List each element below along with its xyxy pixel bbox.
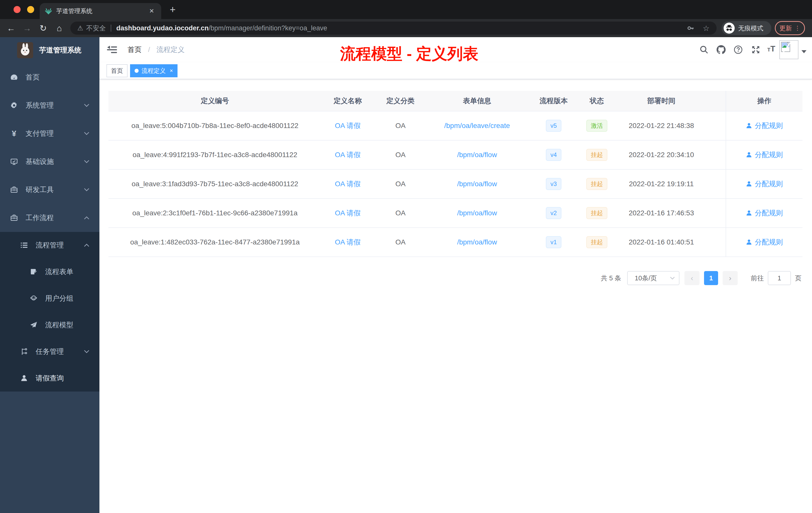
- sidebar-item-devtools[interactable]: 研发工具: [0, 176, 99, 204]
- tab-close-icon[interactable]: ✕: [147, 6, 156, 16]
- definition-name-link[interactable]: OA 请假: [335, 180, 361, 188]
- url-divider: [111, 25, 111, 32]
- user-icon: [20, 374, 28, 382]
- person-icon: [746, 239, 752, 245]
- current-page-button[interactable]: 1: [704, 271, 718, 285]
- key-icon[interactable]: [687, 24, 695, 32]
- assign-rule-button[interactable]: 分配规则: [746, 121, 783, 130]
- sidebar: 芋道管理系统 首页 系统管理 ¥ 支付管理: [0, 37, 99, 513]
- sidebar-item-leave-query[interactable]: 请假查询: [0, 365, 99, 392]
- definition-name-link[interactable]: OA 请假: [335, 151, 361, 159]
- goto-unit-label: 页: [795, 274, 802, 282]
- definition-name-link[interactable]: OA 请假: [335, 238, 361, 246]
- avatar-caret-down-icon[interactable]: [802, 50, 807, 53]
- table-row: oa_leave:1:482ec033-762a-11ec-8477-a2380…: [109, 228, 803, 257]
- definition-table: 定义编号 定义名称 定义分类 表单信息 流程版本 状态 部署时间 操作 oa_l…: [109, 91, 803, 285]
- goto-page-input[interactable]: [768, 271, 791, 285]
- definition-category: OA: [374, 209, 427, 217]
- form-link[interactable]: /bpm/oa/flow: [457, 209, 497, 217]
- deploy-time: 2022-01-16 17:46:53: [614, 209, 709, 217]
- avatar[interactable]: [779, 40, 799, 59]
- chrome-update-button[interactable]: 更新 ⋮: [775, 21, 805, 35]
- sidebar-logo[interactable]: 芋道管理系统: [0, 37, 99, 63]
- monitor-icon: [10, 158, 18, 165]
- version-badge: v5: [546, 120, 561, 132]
- dashboard-icon: [10, 73, 18, 81]
- close-window-button[interactable]: [13, 6, 21, 13]
- browser-tabbar: 芋道管理系统 ✕ +: [0, 0, 812, 19]
- address-bar[interactable]: ⚠ 不安全 dashboard.yudao.iocoder.cn/bpm/man…: [70, 22, 717, 35]
- home-icon[interactable]: ⌂: [53, 19, 65, 37]
- status-badge: 挂起: [586, 207, 607, 219]
- assign-rule-button[interactable]: 分配规则: [746, 179, 783, 189]
- forward-icon[interactable]: →: [21, 19, 33, 37]
- minimize-window-button[interactable]: [27, 6, 34, 13]
- sidebar-item-label: 基础设施: [26, 157, 54, 167]
- browser-menu-dots-icon[interactable]: ⋮: [794, 25, 801, 32]
- sidebar-item-label: 系统管理: [26, 101, 54, 110]
- assign-rule-button[interactable]: 分配规则: [746, 237, 783, 247]
- sidebar-item-payment[interactable]: ¥ 支付管理: [0, 119, 99, 148]
- col-status: 状态: [580, 96, 614, 105]
- yen-icon: ¥: [10, 129, 18, 138]
- tag-process-definition[interactable]: 流程定义 ×: [130, 64, 177, 77]
- chevron-down-icon: [84, 131, 89, 135]
- sidebar-item-process-model[interactable]: 流程模型: [0, 312, 99, 338]
- tab-title: 芋道管理系统: [56, 7, 147, 15]
- tag-close-icon[interactable]: ×: [170, 68, 173, 73]
- text-size-icon[interactable]: TT: [767, 44, 776, 53]
- favicon-leaf-icon: [45, 7, 52, 15]
- definition-id: oa_leave:1:482ec033-762a-11ec-8477-a2380…: [109, 238, 321, 246]
- version-badge: v2: [546, 207, 561, 219]
- red-annotation-title: 流程模型 - 定义列表: [296, 43, 522, 64]
- sidebar-item-task-management[interactable]: 任务管理: [0, 338, 99, 365]
- sidebar-item-process-management[interactable]: 流程管理: [0, 232, 99, 259]
- next-page-button[interactable]: ›: [723, 271, 738, 285]
- sidebar-item-workflow[interactable]: 工作流程: [0, 204, 99, 232]
- form-link[interactable]: /bpm/oa/flow: [457, 238, 497, 246]
- person-icon: [746, 181, 752, 187]
- form-link[interactable]: /bpm/oa/flow: [457, 151, 497, 159]
- back-icon[interactable]: ←: [5, 19, 17, 37]
- person-icon: [746, 122, 752, 129]
- status-badge: 挂起: [586, 178, 607, 190]
- definition-category: OA: [374, 122, 427, 130]
- pagination-total: 共 5 条: [601, 274, 621, 282]
- incognito-badge: 无痕模式: [722, 21, 771, 35]
- form-icon: [30, 268, 38, 276]
- breadcrumb-home[interactable]: 首页: [127, 46, 142, 54]
- col-actions: 操作: [726, 91, 803, 111]
- reload-icon[interactable]: ↻: [37, 19, 49, 37]
- bookmark-star-icon[interactable]: ☆: [703, 24, 709, 33]
- github-icon[interactable]: [717, 45, 726, 54]
- incognito-label: 无痕模式: [738, 24, 763, 32]
- definition-name-link[interactable]: OA 请假: [335, 122, 361, 129]
- hamburger-fold-icon[interactable]: [107, 45, 117, 55]
- form-link[interactable]: /bpm/oa/flow: [457, 180, 497, 188]
- new-tab-button[interactable]: +: [170, 3, 175, 16]
- fullscreen-icon[interactable]: [751, 45, 760, 54]
- prev-page-button[interactable]: ‹: [685, 271, 699, 285]
- chevron-down-icon: [84, 103, 89, 108]
- help-icon[interactable]: [734, 45, 743, 54]
- definition-category: OA: [374, 180, 427, 188]
- search-icon[interactable]: [699, 45, 708, 54]
- assign-rule-button[interactable]: 分配规则: [746, 208, 783, 218]
- sidebar-item-label: 研发工具: [26, 185, 54, 194]
- sidebar-item-home[interactable]: 首页: [0, 63, 99, 91]
- browser-tab[interactable]: 芋道管理系统 ✕: [40, 3, 161, 19]
- sidebar-item-label: 流程管理: [36, 240, 64, 250]
- tag-home[interactable]: 首页: [107, 64, 127, 77]
- definition-name-link[interactable]: OA 请假: [335, 209, 361, 217]
- sidebar-item-user-group[interactable]: 用户分组: [0, 285, 99, 312]
- version-badge: v1: [546, 236, 561, 248]
- col-definition-id: 定义编号: [109, 96, 321, 105]
- sidebar-item-system[interactable]: 系统管理: [0, 91, 99, 119]
- chevron-down-icon: [84, 350, 89, 354]
- assign-rule-button[interactable]: 分配规则: [746, 150, 783, 160]
- page-size-select[interactable]: 10条/页: [627, 271, 679, 285]
- form-link[interactable]: /bpm/oa/leave/create: [444, 122, 510, 129]
- sidebar-item-infra[interactable]: 基础设施: [0, 148, 99, 176]
- sidebar-item-process-form[interactable]: 流程表单: [0, 259, 99, 285]
- main-area: 首页 / 流程定义 流程模型 - 定义列表 TT: [99, 37, 812, 513]
